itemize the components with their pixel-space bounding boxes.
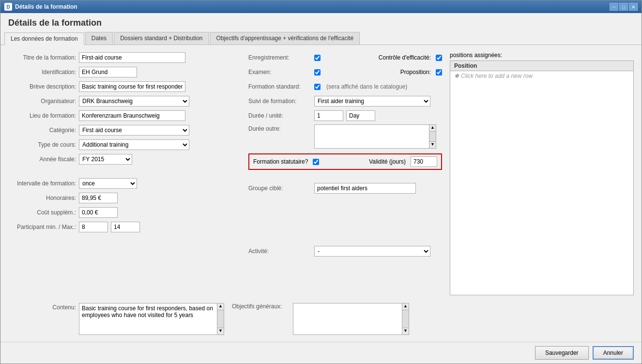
mid-column: Enregistrement: Contrôle d'efficacité: E… [248, 52, 442, 295]
annee-fiscale-row: Année fiscale: FY 2015 [8, 153, 241, 165]
organisateur-row: Organisateur: DRK Braunschweig [8, 95, 241, 107]
window-title: Détails de la formation [15, 3, 77, 10]
formation-standard-row: Formation standard: (sera affiché dans l… [248, 81, 442, 92]
activite-row: Activité: - [248, 245, 442, 257]
title-bar: D Détails de la formation ─ □ ✕ [0, 0, 642, 13]
proposition-label: Proposition: [400, 69, 431, 76]
titre-label: Titre de la formation: [8, 54, 76, 61]
formation-standard-checkbox[interactable] [314, 84, 321, 90]
duree-outre-scrollbar[interactable]: ▲ ▼ [429, 125, 436, 148]
lieu-input[interactable] [79, 110, 185, 121]
formation-statutaire-checkbox[interactable] [313, 159, 319, 165]
groupe-cible-input[interactable] [314, 183, 416, 194]
intervalle-row: Intervalle de formation: once [8, 178, 241, 189]
suivi-label: Suivi de formation: [248, 98, 311, 105]
tab-training-data[interactable]: Les données de formation [4, 32, 84, 45]
validite-input[interactable] [411, 156, 437, 167]
positions-box: Position ✱ Click here to add a new row [450, 61, 634, 295]
intervalle-label: Intervalle de formation: [8, 180, 76, 187]
contenu-wrapper: Basic training course for first responde… [79, 303, 224, 335]
minimize-button[interactable]: ─ [610, 3, 618, 11]
participant-row: Participant min. / Max.: [8, 221, 241, 233]
tab-bar: Les données de formation Dates Dossiers … [0, 32, 642, 45]
tab-dates[interactable]: Dates [85, 32, 113, 45]
contenu-scroll-down: ▼ [217, 328, 224, 334]
type-cours-select[interactable]: Additional training [79, 139, 189, 150]
proposition-checkbox[interactable] [436, 69, 442, 76]
examen-checkbox[interactable] [314, 69, 321, 76]
duree-unite-label: Durée / unité: [248, 112, 311, 119]
title-bar-left: D Détails de la formation [4, 3, 77, 11]
breve-desc-label: Brève description: [8, 83, 76, 90]
positions-add-row[interactable]: ✱ Click here to add a new row [450, 71, 633, 81]
breve-desc-row: Brève description: [8, 81, 241, 92]
objectifs-scrollbar[interactable]: ▲ ▼ [402, 303, 409, 334]
left-column: Titre de la formation: Identification: B… [8, 52, 241, 295]
contenu-scrollbar[interactable]: ▲ ▼ [217, 303, 224, 334]
unite-input[interactable] [346, 110, 375, 121]
window-icon: D [4, 3, 12, 11]
positions-column-header: Position [450, 61, 633, 71]
enregistrement-label: Enregistrement: [248, 54, 311, 61]
contenu-scroll-up: ▲ [217, 303, 224, 310]
formation-standard-label: Formation standard: [248, 83, 311, 90]
honoraires-input[interactable] [79, 193, 118, 203]
duree-outre-label: Durée outre: [248, 124, 311, 132]
identification-label: Identification: [8, 69, 76, 76]
enregistrement-checkbox[interactable] [314, 55, 321, 61]
scroll-down-icon: ▼ [429, 141, 436, 148]
honoraires-label: Honoraires: [8, 195, 76, 201]
controle-checkbox[interactable] [436, 55, 442, 61]
objectifs-textarea[interactable] [293, 303, 402, 334]
duree-outre-textarea[interactable] [315, 125, 429, 148]
contenu-group: Contenu: Basic training course for first… [8, 303, 224, 335]
participant-min-input[interactable] [79, 222, 108, 232]
restore-button[interactable]: □ [619, 3, 628, 11]
objectifs-wrapper: ▲ ▼ [293, 303, 409, 335]
main-window: D Détails de la formation ─ □ ✕ Détails … [0, 0, 642, 364]
honoraires-row: Honoraires: [8, 192, 241, 204]
organisateur-select[interactable]: DRK Braunschweig [79, 96, 189, 106]
tab-dossiers[interactable]: Dossiers standard + Distribution [114, 32, 209, 45]
identification-row: Identification: [8, 66, 241, 78]
identification-input[interactable] [79, 67, 137, 77]
titre-row: Titre de la formation: [8, 52, 241, 63]
titre-input[interactable] [79, 52, 185, 63]
suivi-select[interactable]: First aider training [314, 96, 430, 106]
groupe-cible-row: Groupe ciblé: [248, 182, 442, 194]
bottom-section: Contenu: Basic training course for first… [8, 301, 634, 335]
tab-objectives[interactable]: Objectifs d'apprentissage + vérification… [210, 32, 360, 45]
objectifs-group: Objectifs généraux: ▲ ▼ [232, 303, 409, 335]
main-grid: Titre de la formation: Identification: B… [8, 52, 634, 295]
activite-label: Activité: [248, 248, 311, 255]
activite-select[interactable]: - [314, 246, 430, 257]
cout-label: Coût supplém.: [8, 209, 76, 216]
duree-input[interactable] [314, 110, 343, 121]
formation-statutaire-label: Formation statutaire? [253, 158, 308, 165]
categorie-select[interactable]: First aid course [79, 125, 189, 136]
suivi-row: Suivi de formation: First aider training [248, 95, 442, 107]
breve-desc-input[interactable] [79, 81, 185, 92]
contenu-textarea[interactable]: Basic training course for first responde… [79, 303, 217, 334]
scroll-up-icon: ▲ [429, 125, 436, 132]
controle-label: Contrôle d'efficacité: [379, 54, 431, 61]
enregistrement-row: Enregistrement: Contrôle d'efficacité: [248, 52, 442, 63]
add-row-text: Click here to add a new row [461, 73, 533, 79]
positions-header-label: positions assignées: [450, 52, 634, 59]
organisateur-label: Organisateur: [8, 98, 76, 105]
participant-label: Participant min. / Max.: [8, 224, 76, 230]
duree-outre-wrapper: ▲ ▼ [314, 124, 436, 149]
annee-fiscale-label: Année fiscale: [8, 156, 76, 163]
cout-input[interactable] [79, 207, 118, 218]
cout-row: Coût supplém.: [8, 207, 241, 218]
examen-row: Examen: Proposition: [248, 66, 442, 78]
annee-fiscale-select[interactable]: FY 2015 [79, 154, 132, 165]
contenu-label: Contenu: [8, 303, 76, 311]
objectifs-label: Objectifs généraux: [232, 303, 290, 310]
right-column: positions assignées: Position ✱ Click he… [450, 52, 634, 295]
close-button[interactable]: ✕ [629, 3, 638, 11]
cancel-button[interactable]: Annuler [593, 346, 634, 360]
save-button[interactable]: Sauvegarder [535, 346, 589, 360]
participant-max-input[interactable] [111, 222, 140, 232]
intervalle-select[interactable]: once [79, 178, 137, 189]
